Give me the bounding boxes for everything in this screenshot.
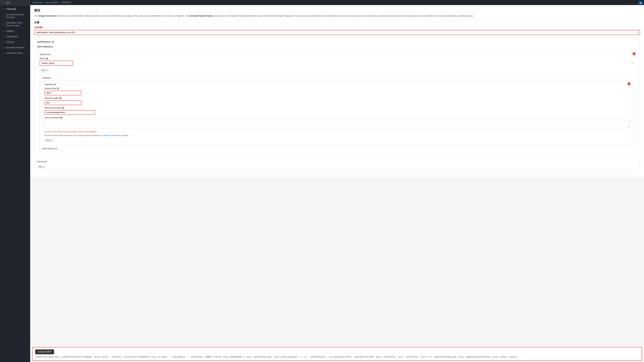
topbar-dashboard[interactable]: Dashboard bbox=[33, 1, 43, 4]
remote-directory-help-icon[interactable]: ? bbox=[62, 107, 64, 109]
server-advanced-toggle[interactable]: 高级 ▼ bbox=[40, 67, 634, 72]
sidebar-snippet-label: 片段生成器 bbox=[6, 8, 16, 10]
overview-gen-bold: Generate Pipeline Script bbox=[190, 15, 213, 17]
topbar-step: 流水线语法 bbox=[61, 1, 71, 4]
source-files-input[interactable] bbox=[44, 91, 82, 95]
add-server-link[interactable]: Add Server bbox=[37, 160, 47, 164]
overview-text: This Snippet Generator will help you lea… bbox=[34, 14, 640, 17]
sidebar-item-global-var-ref[interactable]: ○ 全局变量参考 bbox=[0, 34, 30, 39]
transfer-set-box: ✕ Transfer Set Source files ? bbox=[42, 81, 632, 145]
exec-command-help-icon[interactable]: ? bbox=[60, 116, 62, 119]
sidebar-item-intellij-gdsl[interactable]: ○ IntelliJ IDEA GDSL bbox=[0, 50, 30, 56]
online-doc-icon: ○ bbox=[2, 23, 5, 26]
step-label: 示例步骤 bbox=[34, 26, 640, 29]
remove-prefix-field: Remove prefix ? bbox=[44, 97, 630, 105]
server-card: ✕ SSH Server Name ? master_server bbox=[37, 51, 637, 158]
intellij-icon: ○ bbox=[2, 52, 5, 54]
remote-directory-label: Remote directory ? bbox=[44, 107, 630, 109]
server-name-select-wrapper: master_server bbox=[40, 61, 634, 66]
exec-command-label: Exec command ? bbox=[44, 116, 630, 119]
source-files-field: Source files ? bbox=[44, 87, 630, 95]
error-message: ● Either Source files, Exec command or b… bbox=[44, 130, 630, 133]
declarative-icon: ○ bbox=[2, 14, 5, 17]
global-var-icon: ○ bbox=[2, 35, 5, 38]
exec-command-field: Exec command ? bbox=[44, 116, 630, 129]
examples-icon: ○ bbox=[2, 46, 5, 49]
sep1: › bbox=[44, 1, 44, 4]
generate-button[interactable]: 生成流水线脚本 bbox=[35, 350, 54, 354]
page-title: 概览 bbox=[34, 8, 640, 12]
ssh-publishers-section: SSH Publishers ✕ SSH Server Name ? bbox=[37, 45, 637, 169]
source-files-help-icon[interactable]: ? bbox=[57, 87, 59, 90]
sidebar-steps-label: 步骤参考 bbox=[6, 30, 14, 33]
sidebar-item-online-doc[interactable]: ○ 在线文档 bbox=[0, 39, 30, 45]
transfers-title: Transfers bbox=[42, 77, 632, 79]
sidebar-item-steps-ref[interactable]: ○ 步骤参考 bbox=[0, 28, 30, 34]
remove-prefix-input[interactable] bbox=[44, 100, 82, 105]
main-advanced-chevron: ▼ bbox=[43, 166, 45, 168]
step-select-wrapper: sshPublisher: Send build artifacts over … bbox=[34, 30, 640, 35]
ssh-publishers-title: SSH Publishers bbox=[37, 45, 637, 49]
server-advanced-label[interactable]: 高级 ▼ bbox=[40, 68, 49, 72]
snippet-icon: ○ bbox=[2, 8, 5, 10]
source-files-label: Source files ? bbox=[44, 87, 630, 90]
jenkins-env-vars-link[interactable]: Jenkins environment variables bbox=[104, 134, 128, 136]
sidebar-item-declarative-online-doc[interactable]: ○ Declarative Online Documentation bbox=[0, 20, 30, 28]
sidebar: ↑ 返回 ○ 片段生成器 ○ Declarative Directive Gen… bbox=[0, 0, 30, 362]
steps-icon: ○ bbox=[2, 30, 5, 32]
sidebar-online-doc-label: Declarative Online Documentation bbox=[6, 21, 28, 27]
transfer-set-title: Transfer Set bbox=[44, 83, 630, 86]
ssh-publisher-help-icon[interactable]: ? bbox=[52, 41, 54, 43]
overview-mid: will help you learn the Pipeline Script … bbox=[56, 15, 190, 17]
remove-prefix-help-icon[interactable]: ? bbox=[59, 97, 62, 99]
main-wrapper: Dashboard › demo_pipeline › 流水线语法 概览 Thi… bbox=[30, 0, 644, 362]
server-advanced-chevron: ▼ bbox=[46, 69, 47, 71]
main-advanced-toggle[interactable]: 高级 ▼ bbox=[37, 164, 637, 169]
add-transfer-set-link[interactable]: Add Transfer Set bbox=[42, 146, 57, 151]
server-name-help-icon[interactable]: ? bbox=[46, 57, 48, 60]
transfer-set-close-btn[interactable]: ✕ bbox=[628, 82, 630, 85]
sidebar-examples-label: Examples Reference bbox=[6, 46, 25, 49]
bottom-bar: 生成流水线脚本 sshPublisher(publishers: [sshPub… bbox=[32, 347, 642, 361]
content-area: 概览 This Snippet Generator will help you … bbox=[30, 5, 644, 177]
remote-directory-input[interactable] bbox=[44, 110, 95, 115]
server-name-label: Name ? bbox=[40, 57, 634, 60]
sidebar-global-var-label: 全局变量参考 bbox=[6, 35, 18, 38]
transfer-advanced-chevron: ▼ bbox=[50, 139, 52, 141]
topbar: Dashboard › demo_pipeline › 流水线语法 bbox=[30, 0, 644, 5]
server-name-field: Name ? master_server bbox=[40, 57, 634, 66]
output-text: sshPublisher(publishers: [sshPublisherDe… bbox=[35, 356, 639, 358]
exec-command-textarea[interactable] bbox=[44, 120, 630, 128]
steps-section-title: 步骤 bbox=[34, 21, 640, 24]
overview-snippet-bold: Snippet Generator bbox=[38, 15, 56, 17]
topbar-pipeline[interactable]: demo_pipeline bbox=[46, 1, 58, 4]
step-selector-area: 示例步骤 sshPublisher: Send build artifacts … bbox=[34, 26, 640, 35]
scrollable-content: 概览 This Snippet Generator will help you … bbox=[30, 5, 644, 346]
corner-toggle-btn[interactable]: ◀ bbox=[639, 1, 643, 4]
sidebar-back[interactable]: ↑ 返回 bbox=[0, 0, 30, 6]
error-icon: ● bbox=[44, 130, 46, 133]
sidebar-item-declarative-directive[interactable]: ○ Declarative Directive Generator bbox=[0, 12, 30, 20]
server-name-select[interactable]: master_server bbox=[40, 61, 73, 66]
step-select[interactable]: sshPublisher: Send build artifacts over … bbox=[34, 30, 640, 35]
back-icon: ↑ bbox=[2, 1, 5, 4]
server-close-btn[interactable]: ✕ bbox=[632, 52, 636, 55]
form-card: sshPublisher ? SSH Publishers ✕ SSH Serv… bbox=[34, 38, 640, 172]
sidebar-item-snippet-generator[interactable]: ○ 片段生成器 bbox=[0, 6, 30, 12]
remove-prefix-label: Remove prefix ? bbox=[44, 97, 630, 99]
transfer-advanced-label[interactable]: 高级 ▼ bbox=[44, 138, 54, 142]
overview-end: , and you will see a Pipeline Script sta… bbox=[213, 15, 474, 17]
back-label: 返回 bbox=[6, 1, 10, 4]
main-advanced-label[interactable]: 高级 ▼ bbox=[37, 165, 46, 169]
transfer-set-advanced-toggle[interactable]: 高级 ▼ bbox=[44, 137, 630, 142]
overview-intro: This bbox=[34, 15, 38, 17]
sep2: › bbox=[60, 1, 60, 4]
transfers-section: Transfers ✕ Transfer Set Source files ? bbox=[40, 74, 634, 153]
info-text: All of the transfer fields (except for E… bbox=[44, 134, 630, 136]
sidebar-intellij-label: IntelliJ IDEA GDSL bbox=[6, 52, 23, 55]
sidebar-doc-label: 在线文档 bbox=[6, 41, 14, 43]
sidebar-item-examples-ref[interactable]: ○ Examples Reference bbox=[0, 45, 30, 50]
server-card-title: SSH Server bbox=[40, 53, 634, 56]
doc-icon: ○ bbox=[2, 41, 5, 43]
sidebar-declarative-label: Declarative Directive Generator bbox=[6, 13, 28, 19]
